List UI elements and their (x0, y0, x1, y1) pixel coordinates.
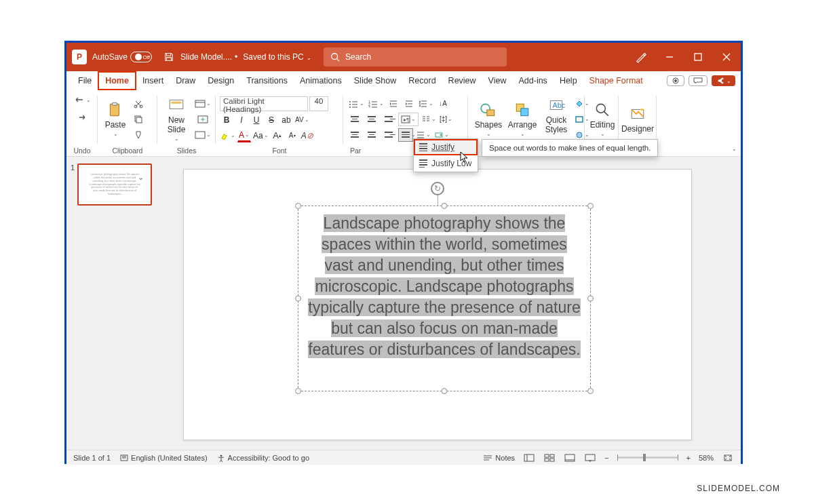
resize-handle-ml[interactable] (295, 296, 301, 302)
menu-slideshow[interactable]: Slide Show (348, 73, 403, 89)
align-center-button[interactable] (364, 113, 379, 126)
accessibility-status[interactable]: Accessibility: Good to go (217, 454, 309, 462)
designer-button[interactable]: Designer (623, 104, 653, 134)
close-button[interactable] (712, 43, 741, 71)
language-status[interactable]: English (United States) (120, 454, 208, 462)
layout-button[interactable]: ⌄ (194, 97, 212, 111)
paste-button[interactable]: Paste⌄ (102, 100, 129, 138)
italic-button[interactable]: I (235, 113, 248, 127)
shrink-font-button[interactable]: A▾ (286, 129, 299, 142)
line-spacing-button[interactable]: ⌄ (418, 97, 434, 111)
quick-styles-button[interactable]: Abc Quick Styles⌄ (540, 96, 573, 142)
menu-view[interactable]: View (482, 73, 513, 89)
grow-font-button[interactable]: A▴ (271, 129, 284, 142)
resize-handle-br[interactable] (587, 388, 594, 394)
slide-thumbnail-1[interactable]: Landscape photography shows the spaces w… (77, 163, 152, 206)
save-icon[interactable] (164, 52, 174, 62)
arrange-button[interactable]: Arrange⌄ (506, 100, 539, 138)
slide-canvas[interactable]: ↻ Landscape photography shows the spaces… (183, 169, 692, 440)
menu-transitions[interactable]: Transitions (240, 73, 294, 89)
section-button[interactable]: ⌄ (194, 128, 212, 142)
resize-handle-bc[interactable] (442, 388, 448, 394)
textbox-selection[interactable]: Landscape photography shows the spaces w… (298, 206, 591, 391)
resize-handle-bl[interactable] (295, 388, 301, 394)
font-color-button[interactable]: A⌄ (237, 129, 251, 142)
search-input[interactable]: Search (324, 47, 507, 66)
textbox-content[interactable]: Landscape photography shows the spaces w… (298, 206, 590, 367)
bullets-button[interactable]: ⌄ (347, 97, 365, 111)
saved-status[interactable]: Saved to this PC ⌄ (243, 52, 311, 62)
autosave-toggle[interactable]: AutoSave Off (92, 52, 152, 62)
minimize-button[interactable] (655, 43, 684, 71)
zoom-level[interactable]: 58% (699, 454, 714, 462)
menu-design[interactable]: Design (201, 73, 240, 89)
align-center2-button[interactable] (364, 128, 379, 142)
menu-file[interactable]: File (72, 73, 98, 89)
zoom-out-button[interactable]: − (604, 454, 608, 462)
align-right2-button[interactable] (381, 128, 396, 142)
share-button[interactable]: ⌄ (712, 75, 735, 86)
shapes-button[interactable]: Shapes⌄ (472, 100, 505, 138)
align-right-button[interactable] (381, 113, 396, 126)
align-vertical-button[interactable]: ▸¶⌄ (398, 113, 419, 126)
qat-dropdown[interactable]: ⌄ (138, 173, 144, 182)
font-name-select[interactable]: Calibri Light (Headings) (220, 96, 308, 111)
char-spacing-button[interactable]: AV⌄ (294, 113, 310, 127)
menu-shapeformat[interactable]: Shape Format (583, 73, 649, 89)
redo-button[interactable] (75, 111, 89, 124)
increase-indent-button[interactable] (402, 97, 416, 111)
undo-button[interactable]: ⌄ (73, 93, 92, 106)
shadow-button[interactable]: ab (279, 113, 293, 127)
notes-button[interactable]: Notes (483, 454, 515, 462)
numbering-button[interactable]: 123⌄ (367, 97, 385, 111)
menu-record[interactable]: Record (402, 73, 442, 89)
align-text-button[interactable]: [‡]⌄ (439, 113, 453, 126)
underline-button[interactable]: U (250, 113, 263, 127)
reset-button[interactable] (194, 113, 212, 126)
rotate-handle[interactable]: ↻ (431, 182, 444, 195)
change-case-button[interactable]: Aa⌄ (252, 129, 269, 142)
copy-button[interactable] (132, 113, 145, 126)
justify-button[interactable]: ⌄ (398, 128, 413, 142)
fit-window-button[interactable] (722, 453, 734, 463)
sorter-view-button[interactable] (543, 453, 556, 463)
slideshow-view-button[interactable] (584, 453, 596, 463)
slide-counter[interactable]: Slide 1 of 1 (73, 454, 111, 462)
clear-format-button[interactable]: A⊘ (301, 129, 314, 142)
menu-draw[interactable]: Draw (170, 73, 201, 89)
text-direction-button[interactable]: ↓A (436, 97, 450, 111)
toggle-switch[interactable]: Off (130, 52, 152, 62)
menu-help[interactable]: Help (554, 73, 583, 89)
normal-view-button[interactable] (523, 453, 535, 463)
new-slide-button[interactable]: New Slide⌄ (161, 96, 191, 142)
menu-animations[interactable]: Animations (294, 73, 348, 89)
decrease-indent-button[interactable] (387, 97, 400, 111)
zoom-thumb[interactable] (643, 454, 646, 461)
format-painter-button[interactable] (132, 128, 145, 142)
ribbon-collapse-button[interactable]: ⌄ (732, 146, 737, 152)
maximize-button[interactable] (684, 43, 712, 71)
align-left-button[interactable] (347, 113, 362, 126)
reading-view-button[interactable] (564, 453, 576, 463)
ink-button[interactable] (627, 43, 655, 71)
strike-button[interactable]: S (265, 113, 278, 127)
highlight-button[interactable]: ⌄ (220, 129, 236, 142)
resize-handle-mr[interactable] (587, 296, 594, 302)
menu-insert[interactable]: Insert (136, 73, 170, 89)
font-size-select[interactable]: 40 (309, 96, 328, 111)
menu-addins[interactable]: Add-ins (512, 73, 553, 89)
align-left2-button[interactable] (347, 128, 362, 142)
resize-handle-tc[interactable] (442, 203, 448, 209)
cut-button[interactable] (132, 97, 145, 111)
bold-button[interactable]: B (220, 113, 233, 127)
comments-button[interactable] (689, 75, 708, 86)
columns-button[interactable]: ⌄ (421, 113, 437, 126)
filename[interactable]: Slide Model.... (180, 52, 232, 62)
resize-handle-tl[interactable] (295, 203, 301, 209)
zoom-in-button[interactable]: + (686, 454, 691, 462)
resize-handle-tr[interactable] (587, 203, 594, 209)
zoom-slider[interactable] (617, 457, 678, 459)
canvas-area[interactable]: ↻ Landscape photography shows the spaces… (161, 157, 741, 450)
menu-home[interactable]: Home (98, 71, 136, 90)
menu-review[interactable]: Review (442, 73, 482, 89)
